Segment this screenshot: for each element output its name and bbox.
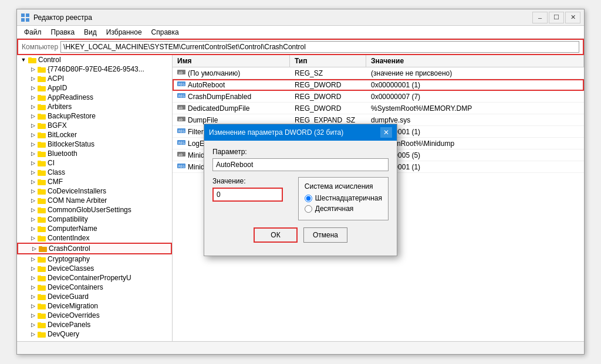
col-value: Значение — [366, 55, 584, 67]
svg-rect-23 — [38, 142, 41, 144]
dialog-value-row: Значение: Система исчисления Шестнадцате… — [212, 177, 389, 220]
tree-item[interactable]: ▷ ComputerName — [17, 224, 172, 233]
folder-icon — [37, 330, 46, 338]
svg-text:ab: ab — [178, 106, 183, 110]
tree-label: ContentIndex — [48, 234, 89, 242]
tree-item[interactable]: ▷ DeviceOverrides — [17, 311, 172, 320]
folder-icon — [37, 103, 46, 111]
folder-icon — [37, 234, 46, 242]
tree-item[interactable]: ▷ DeviceMigration — [17, 301, 172, 311]
close-button[interactable]: ✕ — [565, 12, 580, 23]
folder-icon — [37, 93, 46, 101]
tree-item[interactable]: ▷ AppReadiness — [17, 93, 172, 102]
cell-type: REG_DWORD — [290, 79, 366, 90]
svg-rect-47 — [38, 257, 41, 258]
tree-item[interactable]: ▷ CoDeviceInstallers — [17, 186, 172, 196]
table-row[interactable]: REG AutoReboot REG_DWORD 0x00000001 (1) — [173, 79, 584, 91]
tree-item[interactable]: ▷ ACPI — [17, 74, 172, 83]
tree-label: BackupRestore — [48, 112, 96, 120]
tree-label: CoDeviceInstallers — [48, 187, 106, 195]
tree-label: DevicePanels — [48, 321, 90, 329]
tree-item[interactable]: ▷ Compatibility — [17, 215, 172, 224]
tree-item[interactable]: ▷ CI — [17, 158, 172, 168]
tree-item[interactable]: ▷ BGFX — [17, 121, 172, 130]
svg-rect-61 — [38, 322, 41, 324]
expand-icon: ▷ — [29, 302, 37, 310]
table-row[interactable]: ab DedicatedDumpFile REG_DWORD %SystemRo… — [173, 103, 584, 114]
tree-item[interactable]: ▷ DeviceContainers — [17, 283, 172, 292]
tree-item[interactable]: ▷ BackupRestore — [17, 111, 172, 121]
expand-icon: ▷ — [29, 292, 37, 301]
svg-rect-9 — [38, 76, 41, 78]
row-name: CrashDumpEnabled — [188, 93, 251, 101]
tree-item[interactable]: ▷ COM Name Arbiter — [17, 196, 172, 205]
address-input[interactable] — [60, 41, 579, 53]
tree-item[interactable]: ▷ ContentIndex — [17, 233, 172, 243]
tree-item[interactable]: ▷ DeviceContainerPropertyU — [17, 273, 172, 283]
cell-type: REG_DWORD — [290, 91, 366, 102]
svg-rect-27 — [38, 161, 41, 162]
param-input[interactable] — [212, 158, 389, 171]
svg-rect-19 — [38, 123, 41, 125]
svg-rect-37 — [38, 207, 41, 209]
app-icon — [21, 13, 30, 22]
maximize-button[interactable]: ☐ — [549, 12, 564, 23]
menu-file[interactable]: Файл — [19, 27, 46, 38]
menu-edit[interactable]: Правка — [46, 27, 80, 38]
row-icon: REG — [177, 162, 185, 171]
ok-button[interactable]: ОК — [254, 227, 298, 243]
table-row[interactable]: REG CrashDumpEnabled REG_DWORD 0x0000000… — [173, 91, 584, 103]
dialog-close-button[interactable]: ✕ — [380, 127, 392, 138]
expand-icon: ▷ — [29, 283, 37, 291]
title-bar: Редактор реестра – ☐ ✕ — [17, 9, 584, 26]
svg-rect-7 — [38, 67, 41, 69]
svg-text:REG: REG — [178, 141, 185, 145]
expand-icon: ▷ — [29, 140, 37, 148]
folder-icon — [37, 302, 46, 310]
folder-icon — [37, 112, 46, 120]
dialog-title: Изменение параметра DWORD (32 бита) — [209, 128, 343, 137]
tree-label: Class — [48, 168, 65, 176]
tree-item[interactable]: ▷ {7746D80F-97E0-4E26-9543... — [17, 64, 172, 74]
tree-item[interactable]: ▷ CrashControl — [17, 243, 172, 254]
tree-item[interactable]: ▷ BitlockerStatus — [17, 140, 172, 149]
tree-item[interactable]: ▼ Control — [17, 55, 172, 64]
radio-dec-item: Десятичная — [305, 205, 382, 213]
param-label: Параметр: — [212, 148, 389, 156]
tree-item[interactable]: ▷ Arbiters — [17, 102, 172, 111]
radio-dec[interactable] — [305, 205, 312, 213]
radio-hex[interactable] — [305, 195, 312, 202]
tree-item[interactable]: ▷ AppID — [17, 83, 172, 93]
tree-item[interactable]: ▷ DeviceClasses — [17, 264, 172, 273]
folder-icon — [37, 321, 46, 329]
expand-icon: ▷ — [29, 215, 37, 223]
tree-item[interactable]: ▷ CommonGlobUserSettings — [17, 205, 172, 215]
svg-rect-5 — [28, 57, 32, 59]
tree-item[interactable]: ▷ BitLocker — [17, 130, 172, 140]
menu-help[interactable]: Справка — [147, 27, 184, 38]
expand-icon: ▷ — [29, 264, 37, 273]
value-input[interactable] — [212, 188, 283, 202]
expand-icon: ▷ — [29, 159, 37, 167]
tree-item[interactable]: ▷ DevicePanels — [17, 320, 172, 329]
cancel-button[interactable]: Отмена — [303, 227, 347, 243]
minimize-button[interactable]: – — [532, 12, 548, 23]
expand-icon: ▷ — [29, 149, 37, 158]
menu-view[interactable]: Вид — [79, 27, 102, 38]
svg-rect-29 — [38, 170, 41, 172]
tree-item[interactable]: ▷ Cryptography — [17, 254, 172, 264]
folder-icon — [37, 121, 46, 130]
tree-item[interactable]: ▷ Bluetooth — [17, 149, 172, 158]
svg-text:ab: ab — [178, 117, 183, 121]
svg-rect-59 — [38, 313, 41, 315]
tree-item[interactable]: ▷ CMF — [17, 177, 172, 186]
svg-rect-43 — [38, 236, 41, 237]
table-header: Имя Тип Значение — [173, 55, 584, 67]
menu-favorites[interactable]: Избранное — [102, 27, 147, 38]
tree-item[interactable]: ▷ DevQuery — [17, 329, 172, 339]
table-row[interactable]: ab (По умолчанию) REG_SZ (значение не пр… — [173, 67, 584, 79]
base-section: Система исчисления Шестнадцатеричная Дес… — [298, 177, 389, 220]
folder-icon — [37, 65, 46, 73]
tree-item[interactable]: ▷ Class — [17, 168, 172, 177]
tree-item[interactable]: ▷ DeviceGuard — [17, 292, 172, 301]
